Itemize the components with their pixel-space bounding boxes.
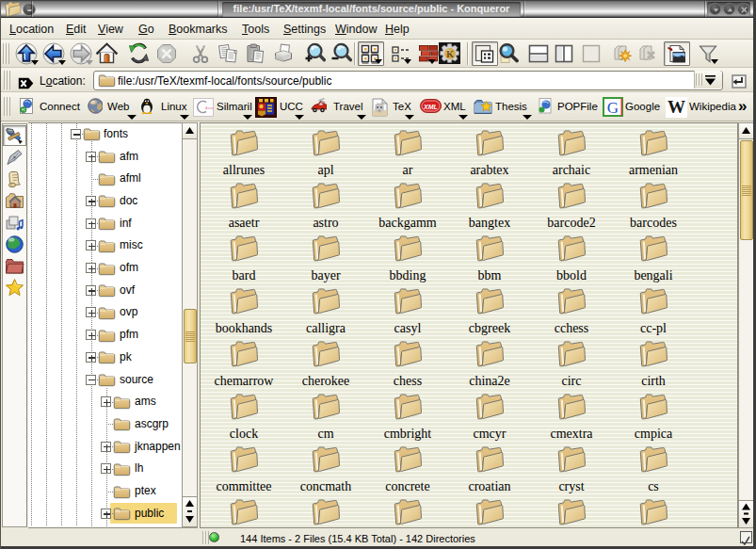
svg-text:K: K [446,49,455,59]
svg-text:W: W [668,97,685,117]
svg-text:Assoc: Assoc [205,106,214,110]
svg-text:G: G [607,99,619,117]
svg-text:XML: XML [423,104,438,110]
